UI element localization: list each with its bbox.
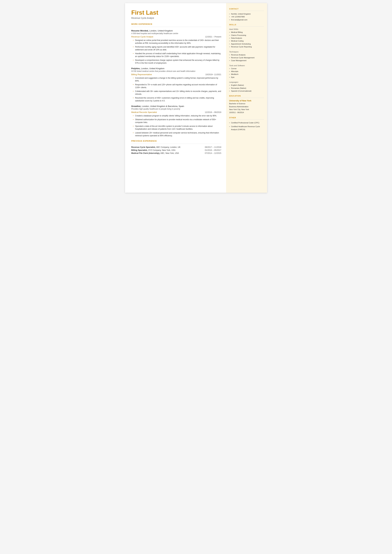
job-1-bullet-3: Handled the process of medical staff cre…	[133, 52, 221, 58]
hard-skill-4: Medical Coding	[229, 40, 264, 42]
job-1-bullets: Designed an online portal that provided …	[131, 39, 221, 64]
prev-job-1-row: Revenue Cycle Specialist, ABC Company, L…	[131, 146, 221, 148]
job-2-bullet-1: Conceived and suggested a change in the …	[133, 77, 221, 82]
hard-skill-2: Claims Processing	[229, 34, 264, 37]
candidate-title: Revenue Cycle Analyst	[131, 17, 221, 19]
prev-job-1-bold: Revenue Cycle Specialist,	[131, 146, 156, 148]
job-1-bullet-2: Performed monthly aging reports and iden…	[133, 45, 221, 51]
skills-section-title: SKILLS	[229, 24, 264, 26]
language-3: Spanish (Conversational)	[229, 90, 264, 92]
job-2-position: Billing Representative	[131, 73, 152, 76]
language-2: Romanian (Native)	[229, 87, 264, 90]
prev-job-3-row: Medical File Clerk (Internship), ABC, Ne…	[131, 152, 221, 154]
techniques-list: Revenue Analysis Revenue Cycle Managemen…	[229, 53, 264, 62]
job-1-row: Revenue Cycle Analyst 12/2021 – Present	[131, 35, 221, 38]
prev-job-1-dates: 06/2017 – 11/2018	[205, 146, 221, 148]
prev-job-3-text: Medical File Clerk (Internship), ABC, Ne…	[131, 152, 205, 154]
edu-field: Business Administration	[229, 105, 264, 108]
edu-dates: 10/2011 - 06/2014	[229, 111, 264, 114]
job-3-company-header: Growthsi, London, United Kingdom & Barce…	[131, 105, 221, 108]
job-3-company-desc: Provides high-quality healthcare to peop…	[131, 108, 221, 110]
job-1-company-header: Resume Worded, London, United Kingdom	[131, 29, 221, 32]
contact-address: Norfolk, United Kingdom	[229, 13, 264, 15]
hard-skill-6: Revenue Cycle Reporting	[229, 45, 264, 48]
hard-skill-3: Data Analysis	[229, 37, 264, 40]
tool-2: Allscripts	[229, 70, 264, 73]
prev-job-2-text: Billing Specialist, XYZ Company, New Yor…	[131, 149, 205, 151]
job-2-company-name: Polyhire,	[131, 67, 140, 70]
technique-3: Case Management	[229, 59, 264, 62]
tools-list: Cerner Allscripts Meditech Epic	[229, 67, 264, 79]
job-2-bullet-4: Resolved the concerns of 450+ customers …	[133, 97, 221, 102]
right-column: CONTACT Norfolk, United Kingdom +44 1234…	[226, 3, 267, 193]
skills-divider	[229, 27, 264, 27]
techniques-label: Techniques:	[229, 51, 264, 53]
job-3-company-name: Growthsi,	[131, 105, 141, 107]
other-item-2: Certified Healthcare Revenue Cycle Analy…	[229, 125, 264, 131]
resume-container: First Last Revenue Cycle Analyst WORK EX…	[125, 3, 267, 193]
edu-location: New York City, New York	[229, 108, 264, 111]
previous-experience-divider	[131, 144, 221, 144]
languages-label: Languages:	[229, 81, 264, 83]
job-1-position: Revenue Cycle Analyst	[131, 35, 153, 38]
job-1-dates: 12/2021 – Present	[205, 36, 221, 38]
hard-skills-list: Medical Billing Claims Processing Data A…	[229, 31, 264, 48]
technique-2: Revenue Cycle Management	[229, 56, 264, 59]
edu-school: University of New York	[229, 99, 264, 102]
other-item-1: Certified Professional Coder (CPC)	[229, 121, 264, 124]
job-3-company-location: London, United Kingdom & Barcelona, Spai…	[142, 105, 184, 107]
job-2-company-header: Polyhire, London, United Kingdom	[131, 67, 221, 70]
job-2-bullet-3: Collaborated with 30+ sales representati…	[133, 90, 221, 96]
job-3-bullet-2: Obtained authorization for physicians to…	[133, 118, 221, 124]
job-1-bullet-4: Developed a comprehensive charge capture…	[133, 59, 221, 64]
tool-4: Epic	[229, 76, 264, 79]
job-2-bullet-2: Responded to 70+ e-mails and 120+ phone …	[133, 83, 221, 89]
language-1: English (Native)	[229, 84, 264, 87]
prev-job-2-row: Billing Specialist, XYZ Company, New Yor…	[131, 149, 221, 151]
other-divider	[229, 119, 264, 120]
job-2-bullets: Conceived and suggested a change in the …	[131, 77, 221, 102]
prev-job-1-rest: ABC Company, London, UK	[156, 146, 181, 148]
languages-list: English (Native) Romanian (Native) Spani…	[229, 84, 264, 92]
education-divider	[229, 98, 264, 98]
prev-job-1-text: Revenue Cycle Specialist, ABC Company, L…	[131, 146, 205, 148]
job-3-bullet-3: Operated a state-of-the-art microfilm sy…	[133, 125, 221, 130]
job-3-bullet-1: Created a database program to simplify c…	[133, 114, 221, 117]
contact-email: first.last@gmail.com	[229, 18, 264, 21]
job-2-company-location: London, United Kingdom	[141, 67, 165, 70]
contact-section-title: CONTACT	[229, 8, 264, 10]
contact-list: Norfolk, United Kingdom +44 1234567890 f…	[229, 13, 264, 21]
job-3-row: Medical Records Specialist 12/2018 – 09/…	[131, 111, 221, 113]
prev-job-3-bold: Medical File Clerk (Internship),	[131, 152, 160, 154]
contact-phone: +44 1234567890	[229, 15, 264, 18]
job-3-bullet-4: Liaised between 20+ medical personnel an…	[133, 131, 221, 137]
job-1-company-location: London, United Kingdom	[149, 29, 173, 32]
hard-skill-1: Medical Billing	[229, 31, 264, 34]
job-3-position: Medical Records Specialist	[131, 111, 157, 113]
prev-job-2-dates: 01/2016 – 05/2017	[205, 149, 221, 151]
education-section-title: EDUCATION	[229, 95, 264, 97]
job-2-dates: 10/2019– 11/2021	[205, 73, 221, 76]
left-column: First Last Revenue Cycle Analyst WORK EX…	[125, 3, 226, 193]
prev-job-2-rest: XYZ Company, New York, USA	[148, 149, 175, 151]
previous-experience-section-title: PREVIOUS EXPERIENCE	[131, 140, 221, 142]
job-2-company-desc: NYSE-listed medical centre that provides…	[131, 70, 221, 72]
prev-job-3-rest: ABC, New York, USA	[160, 152, 179, 154]
prev-job-3-dates: 07/2014 – 12/2015	[205, 152, 221, 154]
tools-label: Tools and Software:	[229, 65, 264, 66]
job-3-bullets: Created a database program to simplify c…	[131, 114, 221, 137]
job-1-company-desc: A 500-bed hospital and multispeciality h…	[131, 32, 221, 35]
technique-1: Revenue Analysis	[229, 53, 264, 56]
work-experience-divider	[131, 27, 221, 27]
hard-skill-5: Appointment Scheduling	[229, 42, 264, 45]
job-2-row: Billing Representative 10/2019– 11/2021	[131, 73, 221, 76]
job-3-dates: 12/2018 – 09/2019	[205, 111, 221, 113]
candidate-name: First Last	[131, 9, 221, 16]
work-experience-section-title: WORK EXPERIENCE	[131, 23, 221, 25]
job-1-company-name: Resume Worded,	[131, 29, 149, 32]
other-section-title: OTHER	[229, 117, 264, 119]
contact-divider	[229, 11, 264, 11]
edu-degree: Bachelor of Science	[229, 102, 264, 105]
hard-skills-label: Hard SKills:	[229, 28, 264, 30]
tool-1: Cerner	[229, 67, 264, 70]
